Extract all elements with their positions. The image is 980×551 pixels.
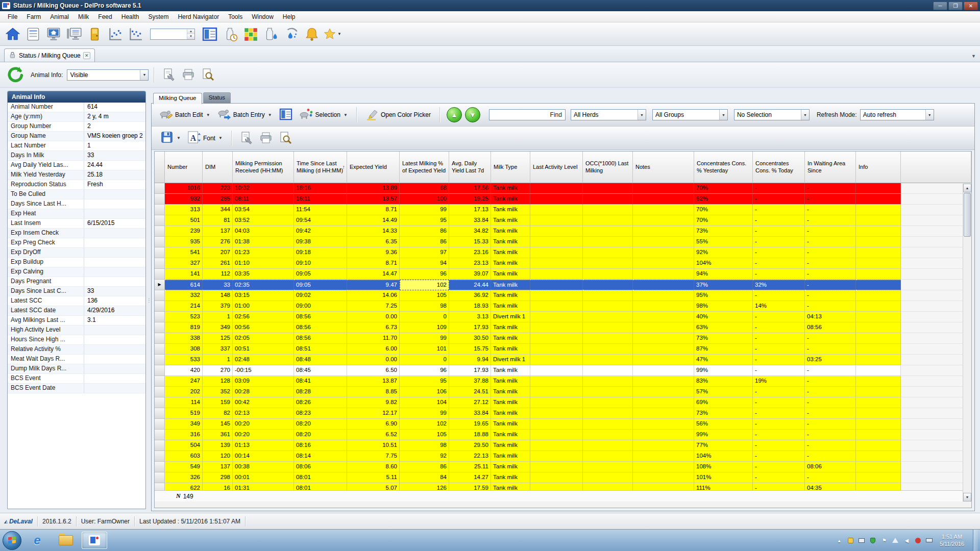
print-icon[interactable] bbox=[256, 129, 276, 148]
cell[interactable]: 03:52 bbox=[233, 215, 294, 226]
cell[interactable]: 01:38 bbox=[233, 237, 294, 247]
cell[interactable] bbox=[856, 355, 901, 365]
table-row-animal-501[interactable]: 5018103:5209:5414.499533.84Tank milk70%-… bbox=[155, 215, 971, 226]
cell[interactable]: 126 bbox=[400, 483, 449, 490]
cell[interactable] bbox=[530, 322, 583, 333]
cell[interactable]: 95 bbox=[400, 376, 449, 387]
cell[interactable] bbox=[856, 237, 901, 247]
cell[interactable]: 99% bbox=[694, 430, 753, 440]
cell[interactable] bbox=[530, 194, 583, 205]
cell[interactable]: Tank milk bbox=[491, 344, 530, 355]
cell[interactable]: 08:28 bbox=[294, 387, 347, 397]
cell[interactable]: - bbox=[753, 387, 805, 397]
cell[interactable]: 03:09 bbox=[233, 376, 294, 387]
cell[interactable]: 6.52 bbox=[347, 430, 400, 440]
cell[interactable] bbox=[856, 472, 901, 483]
cell[interactable] bbox=[633, 215, 694, 226]
cell[interactable]: 10:32 bbox=[233, 183, 294, 194]
cell[interactable]: 11:54 bbox=[294, 205, 347, 215]
cell[interactable] bbox=[633, 365, 694, 376]
cell[interactable]: - bbox=[753, 365, 805, 376]
cell[interactable]: 6.50 bbox=[347, 365, 400, 376]
animal-info-visibility-select[interactable]: Visible ▼ bbox=[67, 69, 149, 81]
animal-info-row[interactable]: Days In Milk33 bbox=[8, 151, 145, 161]
animal-info-row[interactable]: Dump Milk Days R... bbox=[8, 364, 145, 374]
menu-milk[interactable]: Milk bbox=[74, 12, 93, 22]
cell[interactable]: - bbox=[753, 247, 805, 258]
cell[interactable]: 298 bbox=[203, 472, 233, 483]
row-header[interactable] bbox=[155, 183, 165, 194]
row-header[interactable] bbox=[155, 387, 165, 397]
table-row-animal-523[interactable]: 523102:5608:560.0003.13Divert milk 140%-… bbox=[155, 312, 971, 322]
cell[interactable]: 08:11 bbox=[233, 194, 294, 205]
row-header[interactable] bbox=[155, 419, 165, 430]
row-header[interactable] bbox=[155, 312, 165, 322]
animal-info-row[interactable]: Milk Yield Yesterday25.18 bbox=[8, 170, 145, 180]
cell[interactable]: - bbox=[753, 472, 805, 483]
cell[interactable]: 1 bbox=[203, 355, 233, 365]
yield-graph-icon[interactable] bbox=[126, 24, 145, 44]
cell[interactable]: 87% bbox=[694, 344, 753, 355]
cell[interactable]: 14% bbox=[753, 301, 805, 312]
cell[interactable]: - bbox=[805, 440, 856, 451]
cell[interactable]: 501 bbox=[165, 215, 203, 226]
cell[interactable]: 03:35 bbox=[233, 269, 294, 280]
animal-info-row[interactable]: BCS Event Date bbox=[8, 384, 145, 393]
cell[interactable] bbox=[583, 430, 633, 440]
cell[interactable]: 03:15 bbox=[233, 290, 294, 301]
tray-battery-icon[interactable] bbox=[925, 537, 933, 544]
cell[interactable]: - bbox=[805, 215, 856, 226]
cell[interactable]: 29.50 bbox=[449, 440, 491, 451]
cell[interactable]: 145 bbox=[203, 419, 233, 430]
cell[interactable]: 104% bbox=[694, 258, 753, 269]
animal-info-row[interactable]: Exp Heat bbox=[8, 209, 145, 219]
scrollbar-thumb[interactable] bbox=[964, 193, 971, 237]
cell[interactable]: 352 bbox=[203, 387, 233, 397]
cell[interactable]: 97 bbox=[400, 247, 449, 258]
cell[interactable]: 86 bbox=[400, 462, 449, 472]
cell[interactable]: 349 bbox=[203, 322, 233, 333]
cell[interactable] bbox=[583, 258, 633, 269]
cell[interactable] bbox=[633, 408, 694, 419]
scroll-down-icon[interactable]: ▼ bbox=[963, 493, 971, 502]
show-desktop-button[interactable] bbox=[973, 530, 978, 551]
cell[interactable] bbox=[633, 472, 694, 483]
gate-icon[interactable] bbox=[85, 24, 104, 44]
cell[interactable] bbox=[530, 269, 583, 280]
row-header[interactable] bbox=[155, 440, 165, 451]
refresh-button[interactable] bbox=[6, 65, 23, 85]
cell[interactable]: Tank milk bbox=[491, 419, 530, 430]
cell[interactable] bbox=[856, 483, 901, 490]
cell[interactable]: 316 bbox=[165, 430, 203, 440]
cell[interactable]: Divert milk 1 bbox=[491, 355, 530, 365]
herd-filter-select[interactable]: All Herds ▼ bbox=[571, 109, 646, 120]
column-header-avg-daily-yield-last-7d[interactable]: Avg. Daily Yield Last 7d bbox=[449, 152, 491, 183]
cell[interactable]: 361 bbox=[203, 430, 233, 440]
row-header[interactable] bbox=[155, 215, 165, 226]
cell[interactable]: Tank milk bbox=[491, 226, 530, 237]
cell[interactable]: - bbox=[805, 365, 856, 376]
cell[interactable]: Tank milk bbox=[491, 397, 530, 408]
table-row-animal-316[interactable]: 31636100:2008:206.5210518.88Tank milk99%… bbox=[155, 430, 971, 440]
cell[interactable] bbox=[530, 183, 583, 194]
cell[interactable]: 6.90 bbox=[347, 419, 400, 430]
row-header[interactable] bbox=[155, 451, 165, 462]
cell[interactable]: 106 bbox=[400, 387, 449, 397]
animal-info-row[interactable]: Age (y:mm)2 y, 4 m bbox=[8, 112, 145, 122]
cell[interactable]: 00:01 bbox=[233, 472, 294, 483]
cell[interactable]: - bbox=[805, 472, 856, 483]
cell[interactable]: 69% bbox=[694, 397, 753, 408]
cell[interactable]: 12.17 bbox=[347, 408, 400, 419]
cell[interactable]: 99 bbox=[400, 408, 449, 419]
column-header-milking-permission-received-hh-mm[interactable]: Milking Permission Received (HH:MM) bbox=[233, 152, 294, 183]
animal-info-row[interactable]: Latest SCC136 bbox=[8, 296, 145, 306]
cell[interactable]: 18.93 bbox=[449, 301, 491, 312]
cell[interactable]: 6.35 bbox=[347, 237, 400, 247]
cell[interactable]: 349 bbox=[165, 419, 203, 430]
table-row-animal-349[interactable]: 34914500:2008:206.9010219.65Tank milk56%… bbox=[155, 419, 971, 430]
cell[interactable]: 19% bbox=[753, 376, 805, 387]
cell[interactable]: 37.88 bbox=[449, 376, 491, 387]
cell[interactable]: 5.11 bbox=[347, 472, 400, 483]
find-input[interactable]: Find bbox=[489, 109, 566, 120]
cell[interactable]: 04:13 bbox=[805, 312, 856, 322]
